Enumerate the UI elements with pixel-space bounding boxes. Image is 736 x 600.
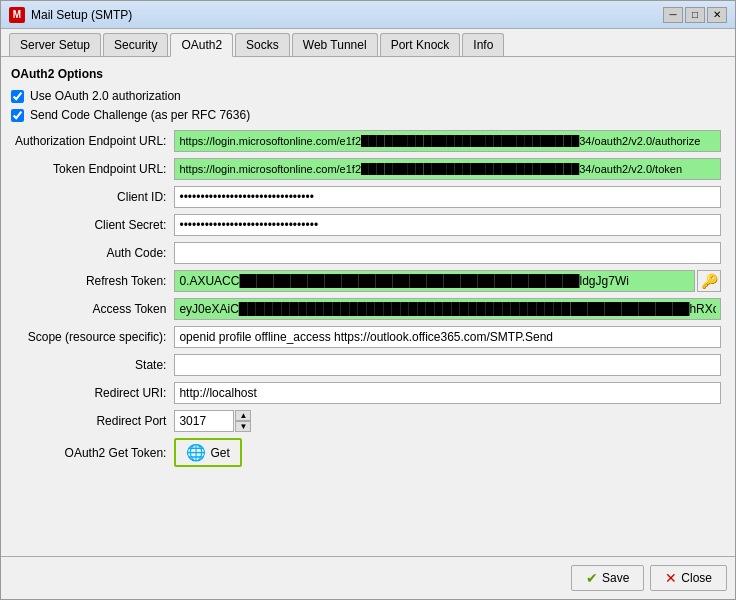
get-token-label: Get [210, 446, 229, 460]
label-client-id: Client ID: [11, 183, 170, 211]
close-label: Close [681, 571, 712, 585]
tab-socks[interactable]: Socks [235, 33, 290, 56]
app-icon: M [9, 7, 25, 23]
access-token-input[interactable] [174, 298, 721, 320]
window-title: Mail Setup (SMTP) [31, 8, 663, 22]
row-access-token: Access Token [11, 295, 725, 323]
use-oauth-label: Use OAuth 2.0 authorization [30, 89, 181, 103]
row-oauth2-get-token: OAuth2 Get Token: 🌐 Get [11, 435, 725, 470]
redirect-port-input[interactable] [174, 410, 234, 432]
refresh-token-input[interactable] [174, 270, 695, 292]
save-icon: ✔ [586, 570, 598, 586]
label-client-secret: Client Secret: [11, 211, 170, 239]
checkbox-send-code-challenge: Send Code Challenge (as per RFC 7636) [11, 108, 725, 122]
row-auth-endpoint: Authorization Endpoint URL: [11, 127, 725, 155]
label-redirect-port: Redirect Port [11, 407, 170, 435]
row-client-secret: Client Secret: [11, 211, 725, 239]
label-scope: Scope (resource specific): [11, 323, 170, 351]
tab-security[interactable]: Security [103, 33, 168, 56]
get-token-button[interactable]: 🌐 Get [174, 438, 241, 467]
label-redirect-uri: Redirect URI: [11, 379, 170, 407]
row-client-id: Client ID: [11, 183, 725, 211]
state-input[interactable] [174, 354, 721, 376]
title-bar: M Mail Setup (SMTP) ─ □ ✕ [1, 1, 735, 29]
row-token-endpoint: Token Endpoint URL: [11, 155, 725, 183]
scope-input[interactable] [174, 326, 721, 348]
send-code-challenge-label: Send Code Challenge (as per RFC 7636) [30, 108, 250, 122]
save-button[interactable]: ✔ Save [571, 565, 644, 591]
redirect-uri-input[interactable] [174, 382, 721, 404]
form-table: Authorization Endpoint URL: Token Endpoi… [11, 127, 725, 470]
token-endpoint-input[interactable] [174, 158, 721, 180]
tab-oauth2[interactable]: OAuth2 [170, 33, 233, 57]
row-redirect-uri: Redirect URI: [11, 379, 725, 407]
redirect-port-up[interactable]: ▲ [235, 410, 251, 421]
row-redirect-port: Redirect Port ▲ ▼ [11, 407, 725, 435]
main-window: M Mail Setup (SMTP) ─ □ ✕ Server Setup S… [0, 0, 736, 600]
maximize-button[interactable]: □ [685, 7, 705, 23]
content-area: OAuth2 Options Use OAuth 2.0 authorizati… [1, 57, 735, 556]
tab-bar: Server Setup Security OAuth2 Socks Web T… [1, 29, 735, 57]
close-button[interactable]: ✕ Close [650, 565, 727, 591]
section-title: OAuth2 Options [11, 67, 725, 81]
auth-code-input[interactable] [174, 242, 721, 264]
label-token-endpoint: Token Endpoint URL: [11, 155, 170, 183]
tab-server-setup[interactable]: Server Setup [9, 33, 101, 56]
client-id-input[interactable] [174, 186, 721, 208]
label-refresh-token: Refresh Token: [11, 267, 170, 295]
label-oauth2-get-token: OAuth2 Get Token: [11, 435, 170, 470]
get-token-icon: 🌐 [186, 443, 206, 462]
close-icon: ✕ [665, 570, 677, 586]
client-secret-input[interactable] [174, 214, 721, 236]
checkbox-use-oauth: Use OAuth 2.0 authorization [11, 89, 725, 103]
tab-web-tunnel[interactable]: Web Tunnel [292, 33, 378, 56]
send-code-challenge-checkbox[interactable] [11, 109, 24, 122]
tab-info[interactable]: Info [462, 33, 504, 56]
window-controls: ─ □ ✕ [663, 7, 727, 23]
save-label: Save [602, 571, 629, 585]
refresh-token-key-button[interactable]: 🔑 [697, 270, 721, 292]
label-auth-code: Auth Code: [11, 239, 170, 267]
label-state: State: [11, 351, 170, 379]
row-refresh-token: Refresh Token: 🔑 [11, 267, 725, 295]
redirect-port-down[interactable]: ▼ [235, 421, 251, 432]
bottom-bar: ✔ Save ✕ Close [1, 556, 735, 599]
redirect-port-spinner: ▲ ▼ [235, 410, 251, 432]
tab-port-knock[interactable]: Port Knock [380, 33, 461, 56]
auth-endpoint-input[interactable] [174, 130, 721, 152]
label-auth-endpoint: Authorization Endpoint URL: [11, 127, 170, 155]
row-auth-code: Auth Code: [11, 239, 725, 267]
row-state: State: [11, 351, 725, 379]
label-access-token: Access Token [11, 295, 170, 323]
row-scope: Scope (resource specific): [11, 323, 725, 351]
close-window-button[interactable]: ✕ [707, 7, 727, 23]
minimize-button[interactable]: ─ [663, 7, 683, 23]
use-oauth-checkbox[interactable] [11, 90, 24, 103]
